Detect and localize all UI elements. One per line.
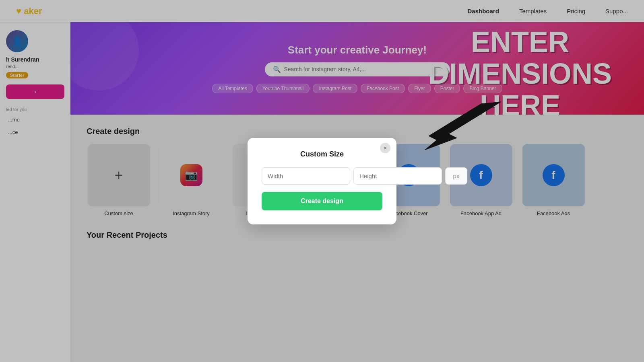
modal-title: Custom Size (262, 150, 382, 158)
modal-close-button[interactable]: × (380, 143, 390, 153)
modal-overlay[interactable]: × Custom Size Create design (0, 0, 644, 362)
custom-size-modal: × Custom Size Create design (248, 138, 396, 224)
arrow-annotation (388, 98, 501, 152)
modal-inputs-row (262, 167, 382, 185)
unit-input[interactable] (445, 167, 467, 185)
svg-marker-0 (425, 102, 501, 150)
create-design-label: Create design (301, 197, 343, 204)
width-input[interactable] (262, 167, 350, 185)
close-icon: × (384, 145, 387, 151)
height-input[interactable] (353, 167, 442, 185)
create-design-button[interactable]: Create design (262, 192, 382, 210)
